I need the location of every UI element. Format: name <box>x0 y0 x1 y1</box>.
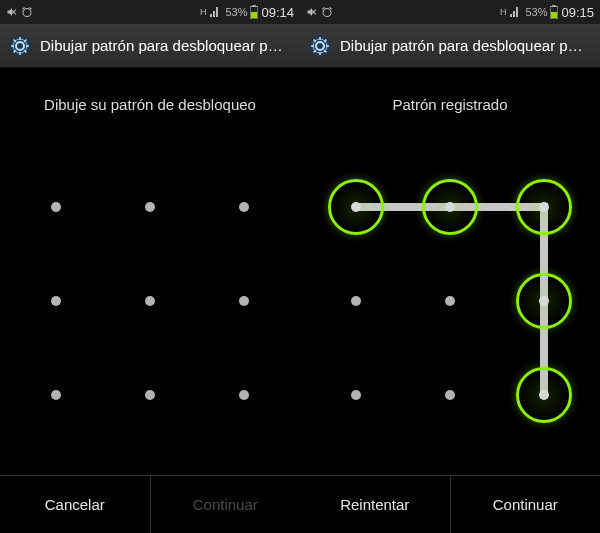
title-bar: Dibujar patrón para desbloquear p… <box>0 24 300 68</box>
page-title: Dibujar patrón para desbloquear p… <box>340 37 583 54</box>
pattern-node-6[interactable] <box>28 367 84 423</box>
mute-icon <box>306 6 318 18</box>
pattern-node-2[interactable] <box>516 179 572 235</box>
alarm-icon <box>321 6 333 18</box>
prompt-text: Dibuje su patrón de desbloqueo <box>0 68 300 127</box>
prompt-text: Patrón registrado <box>300 68 600 127</box>
continue-button: Continuar <box>151 476 301 533</box>
data-icon: H <box>200 7 206 17</box>
svg-rect-15 <box>551 12 557 18</box>
signal-icon <box>208 6 222 18</box>
pattern-node-0[interactable] <box>328 179 384 235</box>
pattern-node-4[interactable] <box>422 273 478 329</box>
battery-icon <box>250 5 258 19</box>
settings-gear-icon <box>8 34 32 58</box>
pattern-node-7[interactable] <box>422 367 478 423</box>
screen-pattern-registered: H 53% 09:15 Dibujar patrón para desbloqu… <box>300 0 600 533</box>
cancel-button[interactable]: Cancelar <box>0 476 151 533</box>
continue-button[interactable]: Continuar <box>451 476 601 533</box>
battery-icon <box>550 5 558 19</box>
pattern-grid[interactable] <box>320 171 580 431</box>
settings-gear-icon <box>308 34 332 58</box>
clock-text: 09:15 <box>561 5 594 20</box>
svg-rect-2 <box>251 12 257 18</box>
status-bar: H 53% 09:15 <box>300 0 600 24</box>
title-bar: Dibujar patrón para desbloquear p… <box>300 24 600 68</box>
screen-draw-pattern: H 53% 09:14 Dibujar patrón para desbloqu… <box>0 0 300 533</box>
page-title: Dibujar patrón para desbloquear p… <box>40 37 283 54</box>
pattern-node-3[interactable] <box>28 273 84 329</box>
button-row: Reintentar Continuar <box>300 475 600 533</box>
signal-icon <box>508 6 522 18</box>
pattern-node-8[interactable] <box>216 367 272 423</box>
pattern-node-1[interactable] <box>122 179 178 235</box>
pattern-node-4[interactable] <box>122 273 178 329</box>
data-icon: H <box>500 7 506 17</box>
battery-percent: 53% <box>525 6 547 18</box>
pattern-node-5[interactable] <box>516 273 572 329</box>
pattern-node-1[interactable] <box>422 179 478 235</box>
clock-text: 09:14 <box>261 5 294 20</box>
button-row: Cancelar Continuar <box>0 475 300 533</box>
pattern-node-3[interactable] <box>328 273 384 329</box>
pattern-node-0[interactable] <box>28 179 84 235</box>
battery-percent: 53% <box>225 6 247 18</box>
mute-icon <box>6 6 18 18</box>
pattern-grid[interactable] <box>20 171 280 431</box>
pattern-area[interactable] <box>0 127 300 475</box>
pattern-node-2[interactable] <box>216 179 272 235</box>
pattern-node-7[interactable] <box>122 367 178 423</box>
pattern-node-8[interactable] <box>516 367 572 423</box>
pattern-area[interactable] <box>300 127 600 475</box>
pattern-node-6[interactable] <box>328 367 384 423</box>
status-bar: H 53% 09:14 <box>0 0 300 24</box>
pattern-node-5[interactable] <box>216 273 272 329</box>
alarm-icon <box>21 6 33 18</box>
retry-button[interactable]: Reintentar <box>300 476 451 533</box>
